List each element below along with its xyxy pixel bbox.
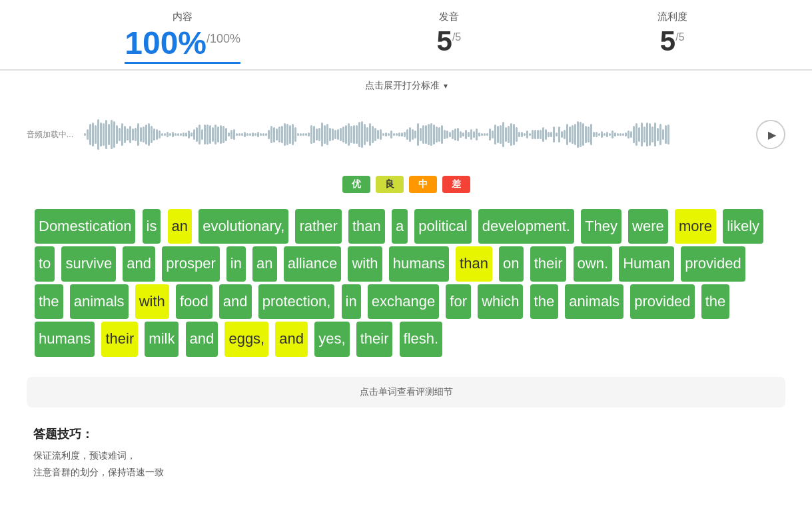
word-token[interactable]: evolutionary, bbox=[199, 209, 288, 244]
legend-poor: 差 bbox=[442, 176, 470, 193]
word-token[interactable]: flesh. bbox=[400, 322, 443, 356]
word-token[interactable]: the bbox=[701, 284, 730, 319]
word-token[interactable]: provided bbox=[681, 246, 745, 281]
word-token[interactable]: own. bbox=[574, 246, 612, 281]
main-container: 内容 100%/100% 发音 5/5 流利度 5/5 点击展开打分标准 ▾ 音… bbox=[0, 0, 812, 494]
word-token[interactable]: humans bbox=[35, 322, 95, 356]
pronunciation-label: 发音 bbox=[439, 11, 459, 23]
word-token[interactable]: and bbox=[123, 246, 155, 281]
click-hint: 点击单词查看评测细节 bbox=[27, 377, 785, 407]
waveform-label: 音频加载中... bbox=[27, 129, 73, 140]
word-token[interactable]: protection, bbox=[258, 284, 335, 319]
waveform bbox=[84, 108, 745, 161]
word-token[interactable]: in bbox=[342, 284, 361, 319]
word-token[interactable]: food bbox=[176, 284, 212, 319]
word-token[interactable]: a bbox=[392, 209, 408, 244]
word-token[interactable]: the bbox=[35, 284, 63, 319]
word-token[interactable]: on bbox=[499, 246, 523, 281]
word-token[interactable]: provided bbox=[630, 284, 694, 319]
word-token[interactable]: Domestication bbox=[35, 209, 135, 244]
word-token[interactable]: more bbox=[675, 209, 716, 244]
expand-criteria-button[interactable]: 点击展开打分标准 ▾ bbox=[0, 71, 812, 101]
word-token[interactable]: exchange bbox=[368, 284, 439, 319]
word-token[interactable]: which bbox=[478, 284, 523, 319]
word-token[interactable]: development. bbox=[478, 209, 574, 244]
word-token[interactable]: for bbox=[446, 284, 471, 319]
word-token[interactable]: and bbox=[275, 322, 308, 356]
word-token[interactable]: eggs, bbox=[224, 322, 268, 356]
word-token[interactable]: alliance bbox=[284, 246, 342, 281]
word-token[interactable]: humans bbox=[389, 246, 449, 281]
fluency-label: 流利度 bbox=[657, 11, 687, 23]
legend-excellent: 优 bbox=[342, 176, 370, 193]
content-label: 内容 bbox=[173, 11, 193, 23]
word-token[interactable]: political bbox=[414, 209, 471, 244]
word-token[interactable]: were bbox=[628, 209, 668, 244]
content-score-wrapper: 100%/100% bbox=[125, 27, 240, 64]
fluency-score-item: 流利度 5/5 bbox=[657, 11, 687, 55]
expand-criteria-label: 点击展开打分标准 bbox=[365, 80, 440, 92]
word-token[interactable]: the bbox=[530, 284, 559, 319]
word-token[interactable]: survive bbox=[61, 246, 116, 281]
play-button[interactable] bbox=[756, 120, 785, 149]
pronunciation-score-item: 发音 5/5 bbox=[437, 11, 462, 55]
word-token[interactable]: with bbox=[348, 246, 382, 281]
word-token[interactable]: They bbox=[581, 209, 621, 244]
word-token[interactable]: is bbox=[143, 209, 161, 244]
pronunciation-value: 5/5 bbox=[437, 27, 462, 55]
word-token[interactable]: rather bbox=[295, 209, 341, 244]
tips-section: 答题技巧： 保证流利度，预读难词，注意音群的划分，保持语速一致 bbox=[0, 413, 812, 494]
word-token[interactable]: an bbox=[252, 246, 276, 281]
word-token[interactable]: than bbox=[456, 246, 492, 281]
tips-title: 答题技巧： bbox=[33, 426, 779, 442]
word-token[interactable]: milk bbox=[145, 322, 179, 356]
legend-good: 良 bbox=[376, 176, 404, 193]
content-value: 100%/100% bbox=[125, 25, 240, 61]
word-token[interactable]: their bbox=[530, 246, 567, 281]
word-token[interactable]: prosper bbox=[162, 246, 220, 281]
word-token[interactable]: animals bbox=[565, 284, 623, 319]
chevron-down-icon: ▾ bbox=[444, 81, 448, 91]
word-token[interactable]: an bbox=[168, 209, 192, 244]
fluency-value: 5/5 bbox=[660, 27, 685, 55]
word-token[interactable]: to bbox=[35, 246, 55, 281]
tips-text: 保证流利度，预读难词，注意音群的划分，保持语速一致 bbox=[33, 447, 779, 481]
word-token[interactable]: than bbox=[348, 209, 385, 244]
legend: 优 良 中 差 bbox=[0, 168, 812, 201]
word-token[interactable]: likely bbox=[723, 209, 763, 244]
word-token[interactable]: their bbox=[356, 322, 393, 356]
legend-medium: 中 bbox=[409, 176, 437, 193]
word-token[interactable]: and bbox=[186, 322, 218, 356]
word-token[interactable]: animals bbox=[70, 284, 129, 319]
word-token[interactable]: with bbox=[135, 284, 169, 319]
waveform-container: 音频加载中... bbox=[0, 101, 812, 168]
word-token[interactable]: and bbox=[219, 284, 252, 319]
scores-header: 内容 100%/100% 发音 5/5 流利度 5/5 bbox=[0, 0, 812, 71]
content-score-item: 内容 100%/100% bbox=[125, 11, 240, 64]
word-token[interactable]: Human bbox=[619, 246, 674, 281]
word-token[interactable]: yes, bbox=[314, 322, 349, 356]
text-content: Domestication is an evolutionary, rather… bbox=[0, 201, 812, 372]
word-token[interactable]: their bbox=[101, 322, 138, 356]
word-token[interactable]: in bbox=[226, 246, 246, 281]
